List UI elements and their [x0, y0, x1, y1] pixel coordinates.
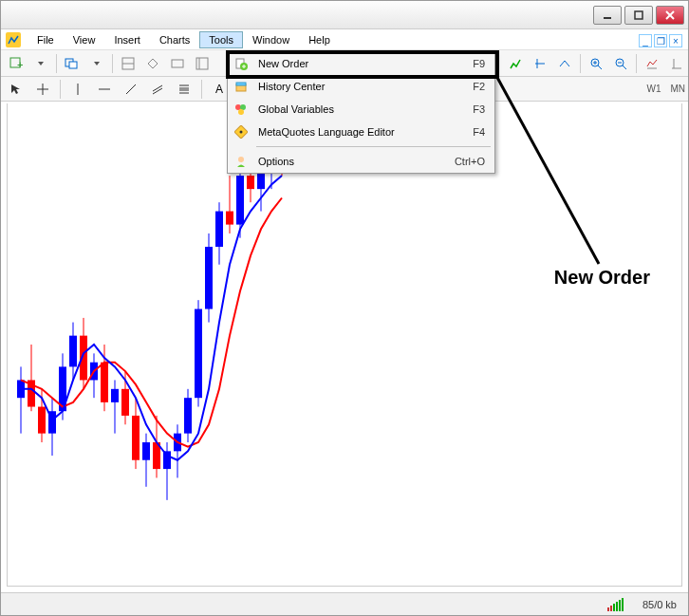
menu-window[interactable]: Window: [243, 31, 299, 48]
mdi-controls: _ ❐ ×: [639, 34, 682, 47]
fibonacci-button[interactable]: [173, 79, 196, 100]
crosshair-button[interactable]: [31, 79, 54, 100]
menu-tools[interactable]: Tools: [199, 31, 243, 48]
svg-rect-11: [172, 60, 183, 67]
menu-item-shortcut: F3: [473, 103, 485, 115]
terminal-button[interactable]: [166, 53, 189, 74]
menu-separator: [256, 146, 491, 147]
window-minimize-button[interactable]: [593, 6, 622, 25]
menu-item-history-center[interactable]: History CenterF2: [228, 75, 494, 98]
svg-rect-74: [205, 247, 213, 309]
svg-point-99: [240, 131, 243, 134]
chart-autoscroll-button[interactable]: [553, 53, 576, 74]
shift-chart-button[interactable]: [529, 53, 551, 74]
annotation-label: New Order: [554, 267, 650, 289]
svg-line-31: [153, 85, 162, 91]
svg-rect-94: [236, 83, 246, 85]
menu-help[interactable]: Help: [299, 31, 340, 48]
menu-file[interactable]: File: [28, 31, 64, 48]
window-close-button[interactable]: [656, 6, 684, 25]
svg-line-21: [623, 65, 626, 69]
chart-area[interactable]: [7, 103, 682, 587]
menu-insert[interactable]: Insert: [104, 31, 150, 48]
menu-item-label: New Order: [254, 58, 473, 69]
svg-point-97: [238, 109, 244, 115]
svg-line-17: [598, 65, 602, 69]
timeframe-w1-button[interactable]: W1: [643, 84, 663, 94]
window-titlebar: [1, 1, 688, 29]
menu-view[interactable]: View: [64, 31, 105, 48]
svg-rect-72: [195, 309, 202, 399]
timeframe-mn-button[interactable]: MN: [667, 84, 688, 94]
tools-menu-dropdown: New OrderF9History CenterF2Global Variab…: [227, 51, 495, 174]
svg-rect-80: [236, 176, 244, 224]
menu-item-metaquotes-language-editor[interactable]: MetaQuotes Language EditorF4: [228, 121, 494, 143]
menu-item-shortcut: F2: [473, 81, 485, 92]
menu-item-shortcut: F9: [473, 58, 485, 69]
svg-rect-12: [196, 58, 208, 69]
menu-item-label: Global Variables: [254, 103, 473, 115]
menu-item-label: MetaQuotes Language Editor: [254, 126, 473, 138]
svg-rect-66: [163, 451, 171, 469]
svg-rect-60: [132, 416, 140, 460]
new-chart-button[interactable]: +: [5, 53, 28, 74]
svg-rect-70: [184, 398, 192, 433]
trendline-button[interactable]: [120, 79, 142, 100]
menu-item-shortcut: Ctrl+O: [455, 156, 485, 167]
menu-item-shortcut: F4: [473, 126, 485, 138]
svg-rect-62: [142, 442, 150, 460]
svg-rect-8: [69, 62, 77, 68]
dropdown-arrow-icon[interactable]: [29, 53, 52, 74]
new-order-icon: [228, 57, 254, 70]
mdi-minimize-button[interactable]: _: [639, 34, 652, 47]
mdi-close-button[interactable]: ×: [669, 34, 682, 47]
autotrading-button[interactable]: [504, 53, 527, 74]
svg-rect-76: [215, 212, 223, 247]
menu-item-new-order[interactable]: New OrderF9: [228, 52, 494, 75]
menu-item-label: Options: [254, 156, 455, 167]
svg-rect-58: [121, 389, 129, 416]
svg-text:+: +: [17, 59, 23, 70]
menu-item-options[interactable]: OptionsCtrl+O: [228, 150, 494, 173]
separator: [112, 54, 113, 73]
svg-line-30: [126, 84, 136, 94]
menu-charts[interactable]: Charts: [150, 31, 199, 48]
profiles-button[interactable]: [61, 53, 84, 74]
svg-rect-42: [38, 407, 46, 434]
statusbar: 85/0 kb: [1, 592, 688, 615]
separator: [56, 54, 57, 73]
window-maximize-button[interactable]: [624, 6, 653, 25]
app-icon: [5, 31, 22, 48]
strategy-tester-button[interactable]: [191, 53, 214, 74]
svg-rect-48: [69, 336, 77, 367]
separator: [201, 80, 202, 99]
indicator-button[interactable]: [641, 53, 663, 74]
menu-item-label: History Center: [254, 81, 473, 92]
svg-rect-78: [226, 212, 233, 225]
horizontal-line-button[interactable]: [93, 79, 116, 100]
menubar: FileViewInsertChartsToolsWindowHelp: [1, 29, 688, 50]
period-button[interactable]: [665, 53, 688, 74]
zoom-in-button[interactable]: [585, 53, 607, 74]
zoom-out-button[interactable]: [609, 53, 632, 74]
market-watch-button[interactable]: [117, 53, 140, 74]
mdi-restore-button[interactable]: ❐: [654, 34, 667, 47]
history-icon: [228, 80, 254, 93]
svg-point-100: [238, 157, 244, 162]
cursor-button[interactable]: [5, 79, 28, 100]
dropdown-arrow-icon[interactable]: [85, 53, 108, 74]
svg-rect-54: [101, 363, 108, 402]
svg-line-32: [153, 88, 162, 94]
price-chart: [8, 103, 681, 586]
separator: [636, 54, 637, 73]
mql-icon: [228, 125, 254, 139]
globals-icon: [228, 103, 254, 116]
channel-button[interactable]: [146, 79, 169, 100]
menu-item-global-variables[interactable]: Global VariablesF3: [228, 98, 494, 121]
separator: [60, 80, 61, 99]
navigator-button[interactable]: [141, 53, 164, 74]
vertical-line-button[interactable]: [66, 79, 89, 100]
svg-rect-56: [111, 389, 119, 402]
svg-rect-82: [247, 176, 254, 189]
traffic-label: 85/0 kb: [642, 599, 677, 610]
